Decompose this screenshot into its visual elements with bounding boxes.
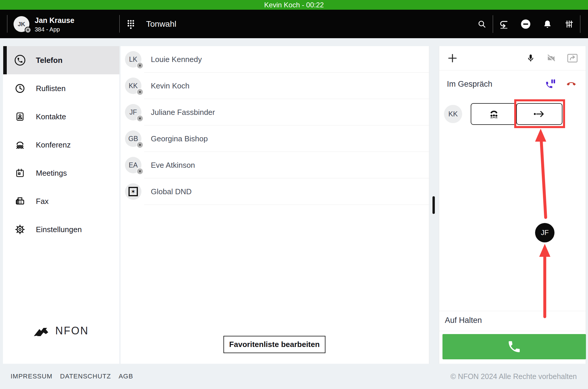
avatar: JF — [125, 104, 141, 120]
header-actions — [471, 10, 580, 38]
call-pull-icon[interactable] — [493, 10, 515, 38]
page-footer: IMPRESSUM DATENSCHUTZ AGB © NFON 2024 Al… — [0, 364, 588, 389]
avatar: ✶ — [125, 183, 141, 200]
user-avatar[interactable]: JK — [14, 16, 29, 32]
user-avatar-initials: JK — [18, 21, 25, 28]
footer-link-impressum[interactable]: IMPRESSUM — [11, 373, 52, 380]
sidebar-item-einstellungen[interactable]: Einstellungen — [3, 215, 119, 244]
favorite-name: Georgina Bishop — [151, 134, 208, 143]
remove-favorite-icon[interactable] — [136, 168, 143, 175]
panel-resize-handle[interactable] — [432, 196, 435, 214]
edit-favorites-button[interactable]: Favoritenliste bearbeiten — [223, 336, 325, 353]
move-call-icon[interactable] — [567, 53, 578, 63]
favorite-row[interactable]: EA Eve Atkinson — [121, 152, 429, 178]
call-panel-toolbar — [439, 46, 586, 71]
softphone-app: Kevin Koch - 00:22 JK Jan Krause 384 - A… — [0, 0, 588, 389]
sidebar-item-label: Einstellungen — [36, 225, 82, 234]
in-call-section-header: Im Gespräch — [439, 71, 586, 97]
favorite-row[interactable]: KK Kevin Koch — [121, 73, 429, 99]
active-caller-avatar: KK — [444, 105, 462, 123]
favorite-name: Eve Atkinson — [151, 161, 195, 170]
footer-link-agb[interactable]: AGB — [118, 373, 133, 380]
search-icon[interactable] — [471, 10, 493, 38]
camera-off-icon[interactable] — [546, 53, 556, 63]
header-divider — [580, 15, 580, 33]
global-dnd-star-icon: ✶ — [128, 187, 138, 196]
settings-sliders-icon[interactable] — [558, 10, 580, 38]
nfon-logo-mark — [33, 324, 52, 337]
annotation-highlight-rectangle — [514, 99, 565, 128]
sidebar-item-label: Fax — [36, 197, 49, 206]
avatar-initials: EA — [129, 161, 138, 169]
remove-favorite-icon[interactable] — [136, 62, 143, 69]
clock-icon — [14, 83, 26, 94]
avatar-initials: KK — [129, 82, 138, 90]
avatar-initials: JF — [129, 108, 137, 116]
add-call-icon[interactable] — [447, 53, 458, 64]
dialpad-icon[interactable] — [126, 19, 136, 29]
hang-up-icon[interactable] — [566, 80, 577, 88]
notifications-bell-icon[interactable] — [537, 10, 558, 38]
remove-favorite-icon[interactable] — [136, 115, 143, 122]
sidebar-item-label: Ruflisten — [36, 84, 66, 93]
avatar: KK — [125, 78, 141, 94]
hold-call-icon[interactable] — [545, 79, 556, 89]
row-divider — [144, 204, 429, 205]
sidebar-item-telefon[interactable]: Telefon — [3, 46, 119, 74]
phone-icon — [14, 54, 26, 66]
favorite-row-global-dnd[interactable]: ✶ Global DND — [121, 178, 429, 205]
sidebar-item-fax[interactable]: Fax — [3, 187, 119, 215]
active-indicator — [3, 46, 7, 74]
favorite-name: Louie Kennedy — [151, 55, 202, 64]
avatar: EA — [125, 157, 141, 173]
sidebar-item-label: Konferenz — [36, 140, 71, 150]
user-name: Jan Krause — [35, 16, 74, 25]
sidebar-item-label: Kontakte — [36, 112, 66, 121]
transfer-target-avatar[interactable]: JF — [535, 223, 554, 242]
gear-icon — [14, 224, 26, 235]
sidebar-item-label: Telefon — [36, 56, 63, 65]
remove-favorite-icon[interactable] — [136, 141, 143, 148]
active-call-info: Kevin Koch - 00:22 — [264, 1, 324, 9]
section-divider — [439, 331, 586, 331]
nfon-logo-text: NFON — [55, 325, 89, 337]
remove-favorite-icon[interactable] — [136, 88, 143, 95]
favorites-list: LK Louie Kennedy KK Kevin Koch JF Julian… — [121, 46, 429, 364]
copyright-text: © NFON 2024 Alle Rechte vorbehalten — [450, 372, 577, 381]
sidebar-item-kontakte[interactable]: Kontakte — [3, 103, 119, 131]
active-call-statusbar[interactable]: Kevin Koch - 00:22 — [0, 0, 588, 10]
on-hold-section-title: Auf Halten — [445, 316, 482, 325]
calendar-icon — [14, 167, 26, 179]
favorite-row[interactable]: JF Juliane Fassbinder — [121, 99, 429, 125]
avatar: LK — [125, 51, 141, 68]
favorite-name: Kevin Koch — [151, 81, 190, 90]
dnd-icon[interactable] — [515, 10, 537, 38]
favorite-row[interactable]: LK Louie Kennedy — [121, 46, 429, 73]
conference-button[interactable] — [471, 103, 517, 125]
call-panel: Im Gespräch KK — [439, 46, 586, 364]
avatar-initials: KK — [448, 110, 458, 118]
section-divider — [439, 311, 586, 311]
conference-icon — [14, 139, 26, 150]
avatar-initials: JF — [541, 229, 549, 237]
nfon-logo: NFON — [33, 324, 89, 337]
sidebar-nav: Telefon Ruflisten Kontakte — [3, 46, 119, 364]
sidebar-item-ruflisten[interactable]: Ruflisten — [3, 74, 119, 103]
header-divider — [119, 15, 120, 33]
footer-link-datenschutz[interactable]: DATENSCHUTZ — [60, 373, 111, 380]
sidebar-item-konferenz[interactable]: Konferenz — [3, 131, 119, 159]
fax-icon — [14, 196, 26, 207]
header-divider — [7, 15, 7, 33]
conference-icon — [487, 108, 501, 120]
in-call-title: Im Gespräch — [447, 80, 535, 89]
close-icon — [26, 28, 29, 31]
sidebar-item-label: Meetings — [36, 169, 67, 178]
contact-card-icon — [14, 111, 26, 122]
microphone-icon[interactable] — [526, 53, 535, 63]
avatar-initials: GB — [128, 135, 138, 143]
favorite-row[interactable]: GB Georgina Bishop — [121, 125, 429, 152]
sidebar-item-meetings[interactable]: Meetings — [3, 159, 119, 187]
user-extension: 384 - App — [35, 26, 60, 33]
favorite-name: Global DND — [151, 187, 192, 196]
call-button[interactable] — [442, 334, 586, 359]
